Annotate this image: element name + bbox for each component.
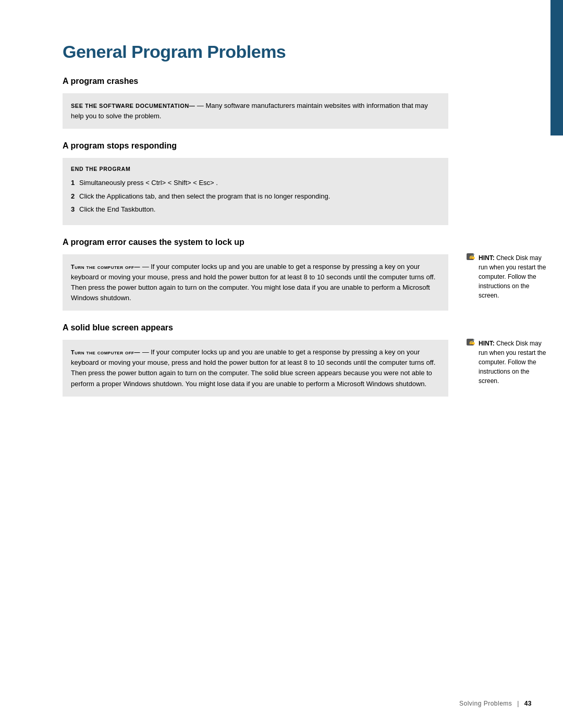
hint-lockup: ✍ HINT: Check Disk may run when you rest… — [467, 253, 547, 303]
hint-text-lockup: HINT: Check Disk may run when you restar… — [479, 253, 547, 300]
content-area: General Program Problems A program crash… — [63, 42, 448, 397]
step-list: 1 Simultaneously press < Ctrl> < Shift> … — [71, 178, 440, 215]
footer-text: Solving Problems — [459, 700, 512, 707]
section-program-crashes: A program crashes See the software docum… — [63, 77, 448, 129]
section-heading-error: A program error causes the system to loc… — [63, 238, 448, 247]
info-box-crashes: See the software documentation— — Many s… — [63, 93, 448, 129]
info-box-error-text: Turn the computer off— — If your compute… — [71, 262, 440, 304]
info-box-blue-text: Turn the computer off— — If your compute… — [71, 347, 440, 389]
section-heading-crashes: A program crashes — [63, 77, 448, 86]
page-title: General Program Problems — [63, 42, 448, 62]
section-program-error: A program error causes the system to loc… — [63, 238, 448, 311]
info-box-stops: End the Program 1 Simultaneously press <… — [63, 158, 448, 225]
info-box-error: Turn the computer off— — If your compute… — [63, 254, 448, 311]
end-program-label: End the Program — [71, 165, 440, 174]
hint-bluescreen: ✍ HINT: Check Disk may run when you rest… — [467, 339, 547, 389]
step-2: 2 Click the Applications tab, and then s… — [71, 191, 440, 202]
info-box-crashes-label: See the software documentation— — [71, 103, 195, 109]
section-blue-screen: A solid blue screen appears ✍ HINT: Chec… — [63, 323, 448, 397]
footer-separator: | — [517, 700, 519, 707]
footer: Solving Problems | 43 — [459, 700, 532, 707]
hint-block-blue: ✍ HINT: Check Disk may run when you rest… — [467, 339, 547, 386]
section-heading-stops: A program stops responding — [63, 141, 448, 151]
hint-text-blue: HINT: Check Disk may run when you restar… — [479, 339, 547, 386]
step-3: 3 Click the End Taskbutton. — [71, 204, 440, 215]
hint-icon-blue: ✍ — [467, 339, 474, 346]
info-box-crashes-text: See the software documentation— — Many s… — [71, 101, 440, 121]
turn-off-label-2: Turn the computer off— — [71, 349, 140, 355]
page-number: 43 — [524, 700, 532, 707]
step-1: 1 Simultaneously press < Ctrl> < Shift> … — [71, 178, 440, 188]
section-heading-blue: A solid blue screen appears — [63, 323, 448, 332]
turn-off-label-1: Turn the computer off— — [71, 264, 140, 270]
page-container: General Program Problems A program crash… — [0, 0, 563, 728]
section-program-stops: A program stops responding End the Progr… — [63, 141, 448, 225]
right-blue-bar — [550, 0, 563, 135]
hint-icon-lockup: ✍ — [467, 253, 474, 260]
info-box-blue: Turn the computer off— — If your compute… — [63, 340, 448, 397]
hint-block-lockup: ✍ HINT: Check Disk may run when you rest… — [467, 253, 547, 300]
